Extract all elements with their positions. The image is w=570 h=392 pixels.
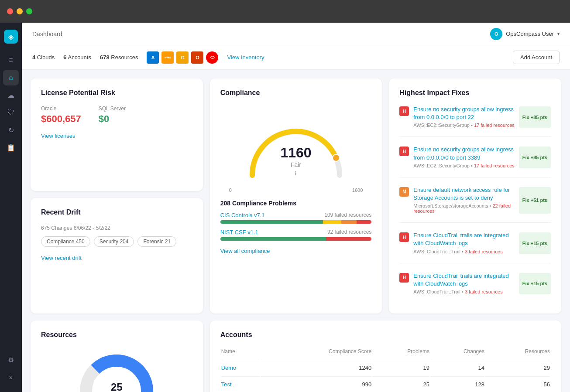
accounts-stat: 6 Accounts: [63, 54, 91, 61]
impact-title-5[interactable]: Ensure CloudTrail trails are integrated …: [413, 272, 514, 288]
test-changes: 128: [430, 376, 484, 392]
impact-card-title: Highest Impact Fixes: [399, 89, 551, 97]
cis-green-bar: [220, 220, 323, 224]
impact-item-3: M Ensure default network access rule for…: [399, 186, 551, 223]
impact-title-3[interactable]: Ensure default network access rule for S…: [413, 186, 514, 202]
impact-item-5: H Ensure CloudTrail trails are integrate…: [399, 272, 551, 303]
page-title: Dashboard: [32, 31, 62, 37]
titlebar: [0, 0, 570, 23]
impact-title-4[interactable]: Ensure CloudTrail trails are integrated …: [413, 232, 514, 247]
compliance-row-cis: CIS Controls v7.1 109 failed resources: [220, 212, 372, 224]
nist-failed-count: 92 failed resources: [327, 229, 371, 235]
sidebar-item-settings[interactable]: ⚙: [3, 352, 19, 368]
oracle-value: $600,657: [41, 113, 81, 124]
fix-button-2[interactable]: Fix +85 pts: [519, 147, 551, 168]
cis-progress-bar: [220, 220, 372, 224]
col-problems: Problems: [372, 348, 429, 359]
demo-resources: 29: [485, 360, 550, 375]
sidebar: ◈ ≡ ⌂ ☁ 🛡 ↻ 📋 ⚙ »: [0, 23, 22, 392]
main-content: Dashboard O OpsCompass User ▾ 4 Clouds 6…: [22, 23, 570, 392]
compliance-card-title: Compliance: [220, 89, 372, 97]
impact-item-4: H Ensure CloudTrail trails are integrate…: [399, 232, 551, 263]
impact-meta-4: AWS::CloudTrail::Trail • 3 failed resour…: [413, 249, 514, 254]
resources-card-title: Resources: [41, 331, 192, 339]
drift-tag-compliance[interactable]: Compliance 450: [41, 236, 90, 247]
compliance-row-nist: NIST CSF v1.1 92 failed resources: [220, 229, 372, 241]
sidebar-expand-icon[interactable]: »: [3, 369, 19, 385]
aws-icon: aws: [161, 51, 174, 64]
impact-badge-high-5: H: [399, 273, 409, 283]
sidebar-item-report[interactable]: 📋: [3, 140, 19, 155]
impact-title-1[interactable]: Ensure no security groups allow ingress …: [413, 106, 514, 121]
license-card-title: License Potential Risk: [41, 89, 192, 97]
chevron-down-icon[interactable]: ▾: [557, 31, 560, 36]
gauge-value: 1160 Fair ℹ: [280, 145, 311, 177]
cis-controls-link[interactable]: CIS Controls v7.1: [220, 212, 265, 218]
test-score: 990: [261, 376, 371, 392]
impact-badge-high-2: H: [399, 147, 409, 156]
sql-label: SQL Server: [99, 106, 126, 112]
drift-card-title: Recent Drift: [41, 208, 192, 216]
sidebar-item-cloud[interactable]: ☁: [3, 87, 19, 103]
nist-csf-link[interactable]: NIST CSF v1.1: [220, 229, 258, 235]
test-problems: 25: [372, 376, 429, 392]
nist-progress-bar: [220, 237, 372, 241]
gauge-max: 1600: [352, 187, 363, 193]
donut-container: 25 Resources: [41, 348, 192, 392]
impact-title-2[interactable]: Ensure no security groups allow ingress …: [413, 146, 514, 161]
cis-red-bar: [357, 220, 372, 224]
fix-button-1[interactable]: Fix +85 pts: [519, 106, 551, 128]
inventory-bar: 4 Clouds 6 Accounts 678 Resources A aws …: [22, 45, 570, 70]
compliance-card: Compliance 1160 Fair ℹ: [210, 78, 382, 314]
drift-card: Recent Drift 675 Changes 6/06/22 - 5/2/2…: [31, 198, 203, 313]
gauge-label: Fair: [291, 161, 301, 168]
view-licenses-link[interactable]: View licenses: [41, 133, 76, 139]
sql-value: $0: [99, 113, 109, 124]
impact-card: Highest Impact Fixes H Ensure no securit…: [389, 78, 561, 314]
impact-meta-5: AWS::CloudTrail::Trail • 3 failed resour…: [413, 289, 514, 294]
accounts-card-title: Accounts: [220, 331, 551, 339]
sidebar-item-refresh[interactable]: ↻: [3, 122, 19, 138]
svg-point-0: [333, 154, 340, 161]
account-demo-link[interactable]: Demo: [221, 365, 237, 371]
sidebar-item-shield[interactable]: 🛡: [3, 105, 19, 120]
license-values: Oracle $600,657 SQL Server $0: [41, 106, 192, 125]
resources-stat: 678 Resources: [100, 54, 138, 61]
drift-meta: 675 Changes 6/06/22 - 5/2/22: [41, 225, 192, 231]
minimize-button[interactable]: [17, 8, 23, 14]
view-inventory-link[interactable]: View Inventory: [227, 54, 264, 61]
drift-tag-forensic[interactable]: Forensic 21: [137, 236, 176, 247]
clouds-stat: 4 Clouds: [32, 54, 55, 61]
demo-score: 1240: [261, 360, 371, 375]
cis-orange-bar: [341, 220, 357, 224]
accounts-table: Name Compliance Score Problems Changes R…: [220, 348, 551, 392]
gauge-container: 1160 Fair ℹ 0 1600: [220, 106, 372, 193]
drift-tag-security[interactable]: Security 204: [94, 236, 134, 247]
donut-label: 25 Resources: [104, 381, 129, 392]
demo-problems: 19: [372, 360, 429, 375]
view-all-compliance-link[interactable]: View all compliance: [220, 248, 372, 254]
fix-button-5[interactable]: Fix +15 pts: [519, 273, 551, 294]
sql-license: SQL Server $0: [99, 106, 126, 125]
cloud-icons: A aws G O ⬭: [147, 51, 218, 64]
close-button[interactable]: [7, 8, 13, 14]
azure-icon: A: [147, 51, 159, 64]
impact-badge-high-4: H: [399, 232, 409, 242]
fix-button-4[interactable]: Fix +15 pts: [519, 232, 551, 254]
compliance-problems-count: 208 Compliance Problems: [220, 200, 372, 207]
table-row: Test 990 25 128 56: [221, 376, 550, 392]
add-account-button[interactable]: Add Account: [513, 51, 560, 64]
view-recent-drift-link[interactable]: View recent drift: [41, 255, 82, 261]
fix-button-3[interactable]: Fix +51 pts: [519, 187, 551, 214]
account-test-link[interactable]: Test: [221, 381, 232, 388]
license-card: License Potential Risk Oracle $600,657 S…: [31, 78, 203, 191]
gauge-min: 0: [229, 187, 232, 193]
avatar: O: [490, 28, 502, 40]
impact-item-1: H Ensure no security groups allow ingres…: [399, 106, 551, 137]
sidebar-item-menu[interactable]: ≡: [3, 52, 19, 68]
topbar-right: O OpsCompass User ▾: [490, 28, 560, 40]
maximize-button[interactable]: [26, 8, 32, 14]
nist-green-bar: [220, 237, 326, 241]
sidebar-item-home[interactable]: ⌂: [3, 70, 19, 85]
app-container: ◈ ≡ ⌂ ☁ 🛡 ↻ 📋 ⚙ » Dashboard O OpsCompass…: [0, 23, 570, 392]
